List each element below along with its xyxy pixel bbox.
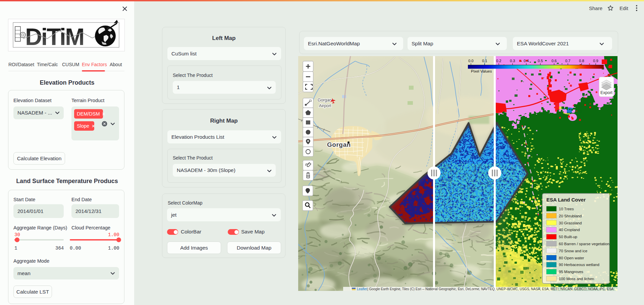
- svg-text:0.1: 0.1: [482, 59, 487, 63]
- svg-text:0.2: 0.2: [496, 59, 501, 63]
- svg-text:30 Grassland: 30 Grassland: [559, 221, 582, 225]
- svg-text:60 Barren / sparse vegetation: 60 Barren / sparse vegetation: [559, 242, 609, 246]
- svg-text:Gorgan: Gorgan: [327, 141, 351, 148]
- svg-text:DiTiM: DiTiM: [25, 24, 84, 50]
- svg-text:Pixel Values: Pixel Values: [471, 69, 492, 73]
- svg-text:10 Trees: 10 Trees: [559, 207, 574, 211]
- svg-text:Export: Export: [600, 90, 613, 95]
- svg-text:0.0: 0.0: [468, 59, 473, 63]
- svg-text:70 Snow and ice: 70 Snow and ice: [559, 249, 587, 253]
- svg-text:0.9: 0.9: [593, 59, 598, 63]
- svg-text:Airport: Airport: [319, 103, 331, 108]
- svg-text:| Google Earth Engine, Tiles (: | Google Earth Engine, Tiles (C) Esri --…: [367, 287, 614, 291]
- svg-text:40 Cropland: 40 Cropland: [559, 228, 580, 232]
- svg-text:0.7: 0.7: [565, 59, 570, 63]
- svg-text:Leaflet: Leaflet: [357, 287, 367, 291]
- svg-text:50 Built-up: 50 Built-up: [559, 235, 577, 239]
- svg-text:100 Moss and lichen: 100 Moss and lichen: [559, 277, 594, 281]
- svg-text:0.4: 0.4: [524, 59, 529, 63]
- svg-text:ESA Land Cover: ESA Land Cover: [546, 197, 586, 203]
- svg-text:95 Mangroves: 95 Mangroves: [559, 270, 583, 274]
- svg-text:Gorgan: Gorgan: [318, 98, 332, 102]
- svg-text:0.3: 0.3: [510, 59, 515, 63]
- svg-text:20 Shrubland: 20 Shrubland: [559, 214, 582, 218]
- svg-text:0.6: 0.6: [551, 59, 556, 63]
- svg-text:90 Herbaceous wetland: 90 Herbaceous wetland: [559, 263, 599, 267]
- svg-text:80 Open water: 80 Open water: [559, 256, 584, 260]
- svg-text:0.5: 0.5: [538, 59, 543, 63]
- svg-text:0.8: 0.8: [579, 59, 584, 63]
